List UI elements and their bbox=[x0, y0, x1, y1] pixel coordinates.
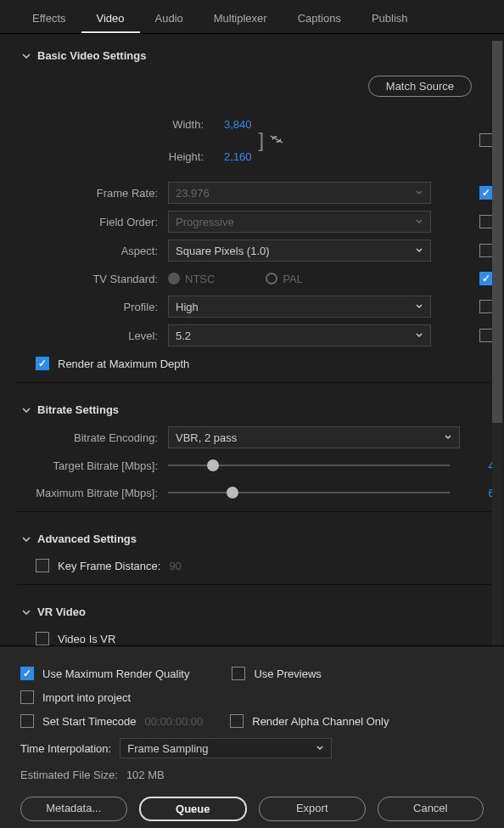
key-frame-distance-value: 90 bbox=[169, 560, 181, 572]
import-project-checkbox[interactable] bbox=[20, 690, 34, 704]
field-order-value: Progressive bbox=[176, 216, 234, 228]
chevron-down-icon bbox=[316, 742, 324, 755]
time-interpolation-select[interactable]: Frame Sampling bbox=[120, 738, 332, 758]
match-source-button[interactable]: Match Source bbox=[368, 76, 472, 97]
chevron-down-icon bbox=[22, 52, 31, 60]
frame-rate-value: 23.976 bbox=[176, 187, 210, 200]
use-max-render-label: Use Maximum Render Quality bbox=[42, 667, 189, 680]
tab-effects[interactable]: Effects bbox=[17, 8, 81, 33]
scrollbar-thumb[interactable] bbox=[492, 41, 502, 423]
chevron-down-icon bbox=[415, 331, 423, 340]
use-previews-label: Use Previews bbox=[254, 667, 321, 680]
start-timecode-value: 00:00:00:00 bbox=[145, 715, 204, 728]
render-max-depth-checkbox[interactable] bbox=[36, 357, 49, 370]
chevron-down-icon bbox=[22, 535, 31, 544]
ntsc-radio[interactable]: NTSC bbox=[168, 273, 215, 285]
height-value[interactable]: 2,160 bbox=[224, 150, 252, 163]
chevron-down-icon bbox=[444, 433, 452, 442]
set-start-timecode-checkbox[interactable] bbox=[20, 714, 34, 728]
section-title: Advanced Settings bbox=[37, 532, 137, 545]
ntsc-label: NTSC bbox=[185, 273, 215, 285]
level-label: Level: bbox=[15, 330, 168, 342]
section-basic-video[interactable]: Basic Video Settings bbox=[15, 34, 501, 69]
frame-rate-label: Frame Rate: bbox=[15, 187, 168, 200]
maximum-bitrate-label: Maximum Bitrate [Mbps]: bbox=[15, 487, 168, 499]
width-value[interactable]: 3,840 bbox=[224, 118, 252, 131]
bitrate-encoding-value: VBR, 2 pass bbox=[176, 431, 237, 444]
queue-button[interactable]: Queue bbox=[139, 797, 248, 821]
render-max-depth-label: Render at Maximum Depth bbox=[58, 358, 189, 370]
render-alpha-checkbox[interactable] bbox=[230, 714, 244, 728]
chevron-down-icon bbox=[415, 302, 423, 311]
profile-match-checkbox[interactable] bbox=[479, 300, 493, 313]
bitrate-encoding-select[interactable]: VBR, 2 pass bbox=[168, 426, 460, 448]
field-order-label: Field Order: bbox=[15, 216, 168, 228]
export-button[interactable]: Export bbox=[259, 797, 366, 821]
video-is-vr-checkbox[interactable] bbox=[36, 632, 49, 645]
import-project-label: Import into project bbox=[42, 691, 131, 704]
radio-icon bbox=[266, 273, 277, 284]
width-label: Width: bbox=[168, 118, 214, 131]
profile-label: Profile: bbox=[15, 301, 168, 313]
section-vr[interactable]: VR Video bbox=[15, 590, 501, 625]
use-max-render-checkbox[interactable] bbox=[20, 667, 34, 680]
video-is-vr-label: Video Is VR bbox=[58, 633, 115, 645]
tab-publish[interactable]: Publish bbox=[356, 8, 423, 33]
use-previews-checkbox[interactable] bbox=[232, 667, 245, 680]
frame-rate-select[interactable]: 23.976 bbox=[168, 182, 431, 204]
tv-standard-label: TV Standard: bbox=[15, 273, 168, 285]
field-order-match-checkbox[interactable] bbox=[479, 215, 493, 228]
aspect-value: Square Pixels (1.0) bbox=[176, 245, 270, 257]
field-order-select[interactable]: Progressive bbox=[168, 211, 431, 233]
radio-icon bbox=[168, 273, 180, 284]
level-match-checkbox[interactable] bbox=[479, 329, 493, 342]
key-frame-distance-label: Key Frame Distance: bbox=[58, 560, 160, 572]
tab-multiplexer[interactable]: Multiplexer bbox=[199, 8, 283, 33]
link-broken-icon[interactable] bbox=[269, 133, 284, 148]
aspect-match-checkbox[interactable] bbox=[479, 244, 493, 257]
height-label: Height: bbox=[168, 150, 214, 163]
slider-thumb[interactable] bbox=[207, 459, 219, 471]
slider-thumb[interactable] bbox=[227, 487, 238, 498]
section-advanced[interactable]: Advanced Settings bbox=[15, 517, 501, 552]
tab-audio[interactable]: Audio bbox=[140, 8, 199, 33]
tv-standard-match-checkbox[interactable] bbox=[479, 272, 493, 285]
frame-rate-match-checkbox[interactable] bbox=[479, 186, 493, 200]
pal-radio[interactable]: PAL bbox=[266, 273, 303, 285]
target-bitrate-slider[interactable] bbox=[168, 465, 450, 466]
tab-video[interactable]: Video bbox=[81, 8, 140, 33]
tab-captions[interactable]: Captions bbox=[283, 8, 356, 33]
profile-select[interactable]: High bbox=[168, 296, 431, 318]
profile-value: High bbox=[176, 301, 199, 313]
chevron-down-icon bbox=[22, 406, 31, 414]
chevron-down-icon bbox=[22, 608, 31, 617]
aspect-select[interactable]: Square Pixels (1.0) bbox=[168, 239, 431, 262]
section-title: Bitrate Settings bbox=[37, 403, 119, 416]
pal-label: PAL bbox=[283, 273, 303, 285]
maximum-bitrate-slider[interactable] bbox=[168, 492, 450, 493]
link-bracket: ] bbox=[259, 120, 265, 161]
section-title: Basic Video Settings bbox=[37, 49, 146, 62]
level-select[interactable]: 5.2 bbox=[168, 324, 431, 346]
export-tabs: Effects Video Audio Multiplexer Captions… bbox=[0, 0, 504, 34]
metadata-button[interactable]: Metadata... bbox=[20, 797, 127, 821]
chevron-down-icon bbox=[415, 246, 423, 255]
time-interpolation-label: Time Interpolation: bbox=[20, 742, 111, 755]
bitrate-encoding-label: Bitrate Encoding: bbox=[15, 431, 168, 444]
scrollbar[interactable] bbox=[492, 41, 502, 645]
chevron-down-icon bbox=[415, 189, 423, 197]
estimated-size-label: Estimated File Size: bbox=[20, 769, 118, 781]
width-height-match-checkbox[interactable] bbox=[479, 133, 493, 147]
section-bitrate[interactable]: Bitrate Settings bbox=[15, 388, 501, 423]
time-interpolation-value: Frame Sampling bbox=[127, 742, 208, 755]
key-frame-distance-checkbox[interactable] bbox=[36, 559, 49, 572]
aspect-label: Aspect: bbox=[15, 245, 168, 257]
render-alpha-label: Render Alpha Channel Only bbox=[252, 715, 389, 728]
chevron-down-icon bbox=[415, 217, 423, 226]
section-title: VR Video bbox=[37, 606, 86, 618]
target-bitrate-label: Target Bitrate [Mbps]: bbox=[15, 459, 168, 472]
set-start-timecode-label: Set Start Timecode bbox=[42, 715, 137, 728]
level-value: 5.2 bbox=[176, 330, 191, 342]
cancel-button[interactable]: Cancel bbox=[378, 797, 484, 821]
estimated-size-value: 102 MB bbox=[126, 769, 165, 781]
